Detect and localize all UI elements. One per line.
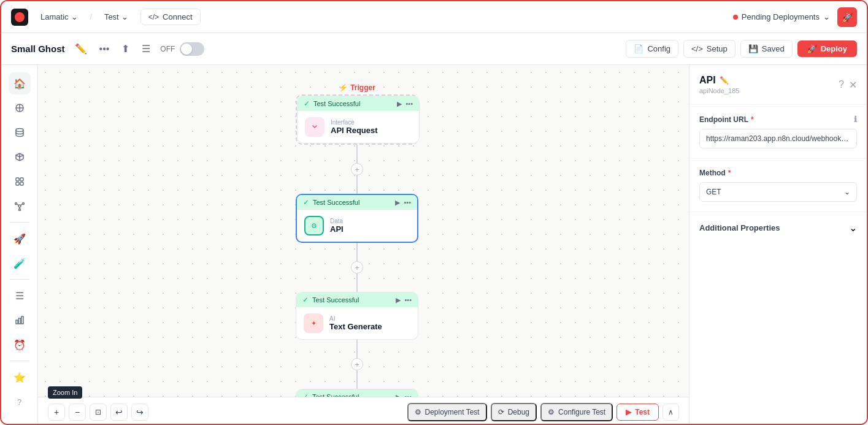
sidebar-item-flask[interactable]: 🧪 [9,252,31,274]
test-button[interactable]: ▶ Test [616,404,659,421]
zoom-in-button[interactable]: + [48,404,65,421]
add-node-button[interactable]: + [351,163,363,175]
trigger-node-wrapper: ✓ Test Successful ▶ ••• Interface [296,94,418,145]
pending-dot [733,15,738,20]
svg-rect-11 [18,318,20,324]
export-button[interactable]: ⬆ [119,40,132,57]
logo-icon [15,12,25,22]
debug-button[interactable]: ⟳ Debug [491,403,537,421]
sidebar-item-list[interactable]: ☰ [9,285,31,307]
play-icon[interactable]: ▶ [396,296,401,304]
play-icon[interactable]: ▶ [395,199,400,207]
node-text-generate[interactable]: ✓ Test Successful ▶ ••• ✦ AI Text Genera… [296,292,418,340]
add-node-button[interactable]: + [351,358,363,370]
svg-point-9 [18,209,20,211]
bottom-toolbar: Zoom In + − ⊡ ↩ ↪ ⚙ Deployment Test ⟳ De… [38,397,689,425]
sidebar-item-network[interactable] [9,195,31,217]
endpoint-url-section: Endpoint URL * ℹ https://raman203.app.n8… [689,105,867,159]
pending-deployments-label: Pending Deployments [742,12,820,21]
sidebar-item-chart[interactable] [9,309,31,331]
panel-edit-icon[interactable]: ✏️ [720,76,729,85]
test-chevron-button[interactable]: ∧ [663,404,679,421]
sidebar-item-box[interactable] [9,146,31,168]
deploy-button[interactable]: 🚀 Deploy [797,40,857,57]
workflow-canvas[interactable]: ⚡ Trigger ✓ Test Successful ▶ ••• [38,65,689,425]
sidebar-divider-1 [10,222,29,223]
sliders-icon: ⚙ [415,408,421,416]
chevron-down-icon: ⌄ [121,12,128,21]
more-icon[interactable]: ••• [404,199,411,207]
debug-label: Debug [508,408,529,416]
setup-button[interactable]: </> Setup [683,40,735,58]
play-icon[interactable]: ▶ [397,100,402,108]
sidebar-item-database[interactable] [9,121,31,144]
additional-properties-label: Additional Properties [699,223,780,232]
toolbar-right-actions: 📄 Config </> Setup 💾 Saved 🚀 Deploy [626,40,857,58]
svg-rect-5 [20,182,23,185]
connector-line [356,175,358,194]
sidebar-item-nodes[interactable] [9,97,31,119]
close-icon[interactable]: ✕ [849,79,857,91]
chevron-down-icon: ⌄ [823,12,830,21]
node-icon-interface [305,117,325,137]
sidebar-item-help[interactable]: ? [9,391,31,413]
node-header-success: ✓ Test Successful ▶ ••• [298,96,419,111]
node-header-success: ✓ Test Successful ▶ ••• [296,293,418,307]
node-icon-ai: ✦ [304,313,323,333]
sidebar-item-home[interactable]: 🏠 [9,72,31,94]
test-label: Test [635,408,650,416]
additional-properties-section[interactable]: Additional Properties ⌄ [689,212,867,243]
svg-rect-10 [16,320,18,324]
add-node-button[interactable]: + [351,261,363,274]
left-sidebar: 🏠 🚀 🧪 ☰ ⏰ ⭐ ? [1,65,38,425]
edit-title-button[interactable]: ✏️ [72,40,90,57]
saved-label: Saved [762,44,785,53]
svg-point-1 [16,129,23,132]
sidebar-item-star[interactable]: ⭐ [9,366,31,388]
fit-button[interactable]: ⊡ [90,404,107,421]
endpoint-url-label: Endpoint URL * ℹ [699,115,857,124]
project-selector[interactable]: Test ⌄ [99,10,133,24]
saved-button[interactable]: 💾 Saved [740,40,793,58]
more-icon[interactable]: ••• [405,100,413,108]
pending-deployments[interactable]: Pending Deployments ⌄ [733,12,830,21]
configure-test-button[interactable]: ⚙ Configure Test [540,403,613,421]
svg-text:⚙: ⚙ [311,222,317,229]
svg-rect-3 [20,178,23,181]
connector-line [356,370,358,389]
deployment-test-button[interactable]: ⚙ Deployment Test [407,403,487,421]
app-logo [11,9,28,26]
code-icon: </> [691,44,703,53]
list-view-button[interactable]: ☰ [139,40,153,57]
more-options-button[interactable]: ••• [97,41,112,57]
sidebar-item-grid[interactable] [9,170,31,193]
more-icon[interactable]: ••• [404,296,412,304]
svg-rect-4 [16,182,19,185]
help-icon[interactable]: ? [839,79,844,91]
workflow-toggle[interactable]: OFF [160,42,204,56]
node-api-request[interactable]: ✓ Test Successful ▶ ••• Interface [297,96,420,144]
undo-button[interactable]: ↩ [110,404,128,421]
play-icon: ▶ [626,408,631,416]
main-area: 🏠 🚀 🧪 ☰ ⏰ ⭐ ? [1,65,867,425]
node-header-actions: ▶ ••• [395,199,411,207]
endpoint-url-input[interactable]: https://raman203.app.n8n.cloud/webhook/d… [699,129,857,148]
gear-icon: ⚙ [548,408,555,416]
sidebar-item-clock[interactable]: ⏰ [9,334,31,356]
node-data-api[interactable]: ✓ Test Successful ▶ ••• ⚙ Data API [296,194,418,243]
zoom-out-button[interactable]: − [69,404,86,421]
method-label: Method * [699,169,857,177]
toggle-switch[interactable] [180,42,204,56]
configure-test-label: Configure Test [558,408,605,416]
method-select[interactable]: GET ⌄ [699,182,857,202]
workspace-selector[interactable]: Lamatic ⌄ [36,10,83,24]
deploy-rocket-button[interactable]: 🚀 [837,7,857,27]
redo-button[interactable]: ↪ [131,404,148,421]
config-label: Config [647,44,670,53]
chevron-down-icon: ⌄ [71,12,78,21]
connect-button[interactable]: </> Connect [140,9,201,25]
info-icon[interactable]: ℹ [854,115,857,124]
sidebar-item-rocket[interactable]: 🚀 [9,228,31,250]
check-icon: ✓ [304,99,310,108]
config-button[interactable]: 📄 Config [626,40,678,58]
